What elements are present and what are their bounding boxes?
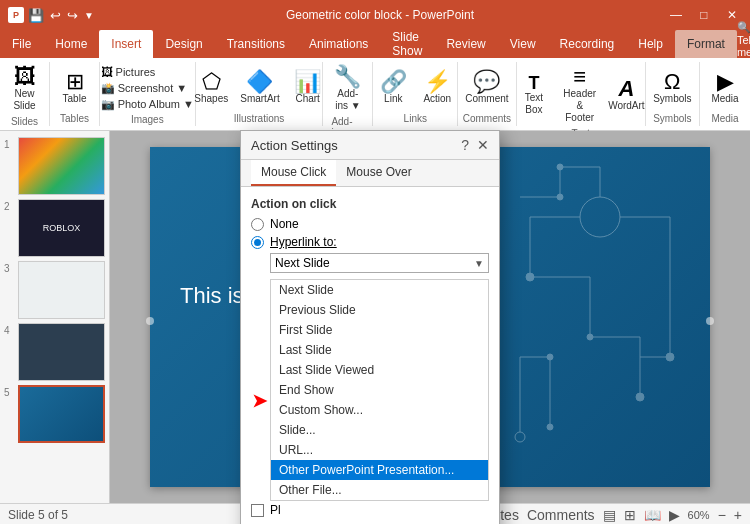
wordart-button[interactable]: A WordArt (605, 76, 647, 114)
action-button[interactable]: ⚡ Action (417, 69, 457, 107)
symbols-button[interactable]: Ω Symbols (649, 69, 695, 107)
edge-dot-right (706, 317, 714, 325)
slide-thumb-1[interactable]: 1 (4, 137, 105, 195)
header-footer-button[interactable]: ≡ Header& Footer (558, 64, 602, 126)
menu-item-lastslide[interactable]: Last Slide (271, 340, 488, 360)
shapes-button[interactable]: ⬠ Shapes (190, 69, 232, 107)
checkbox-label: Pl (270, 503, 281, 517)
link-icon: 🔗 (380, 71, 407, 93)
menu-item-prevslide[interactable]: Previous Slide (271, 300, 488, 320)
ribbon-group-symbols: Ω Symbols Symbols (646, 62, 700, 126)
chart-label: Chart (295, 93, 319, 105)
dialog-tab-mouseclick[interactable]: Mouse Click (251, 160, 336, 186)
comment-icon: 💬 (473, 71, 500, 93)
link-button[interactable]: 🔗 Link (373, 69, 413, 107)
menu-item-lastviewed[interactable]: Last Slide Viewed (271, 360, 488, 380)
dialog-help-button[interactable]: ? (461, 137, 469, 153)
tab-format[interactable]: Format (675, 30, 737, 58)
chart-icon: 📊 (294, 71, 321, 93)
dialog-close-button[interactable]: ✕ (477, 137, 489, 153)
tab-transitions[interactable]: Transitions (215, 30, 297, 58)
comments-button[interactable]: Comments (527, 507, 595, 523)
chart-button[interactable]: 📊 Chart (288, 69, 328, 107)
close-button[interactable]: ✕ (722, 8, 742, 22)
zoom-in-icon[interactable]: + (734, 507, 742, 523)
slide-thumb-5[interactable]: 5 (4, 385, 105, 443)
customize-icon[interactable]: ▼ (84, 10, 94, 21)
ribbon-group-comments: 💬 Comment Comments (458, 62, 516, 126)
radio-hyperlink[interactable] (251, 236, 264, 249)
ribbon-group-tables: ⊞ Table Tables (50, 62, 100, 126)
slide-thumb-2[interactable]: 2 ROBLOX (4, 199, 105, 257)
svg-point-13 (636, 393, 644, 401)
menu-item-firstslide[interactable]: First Slide (271, 320, 488, 340)
photo-album-button[interactable]: 📷 Photo Album ▼ (99, 97, 196, 112)
app-icon: P (8, 7, 24, 23)
menu-item-slide[interactable]: Slide... (271, 420, 488, 440)
title-bar-left: P 💾 ↩ ↪ ▼ (8, 7, 94, 23)
tab-animations[interactable]: Animations (297, 30, 380, 58)
redo-icon[interactable]: ↪ (67, 8, 78, 23)
menu-item-url[interactable]: URL... (271, 440, 488, 460)
menu-item-endshow[interactable]: End Show (271, 380, 488, 400)
zoom-level: 60% (688, 509, 710, 521)
menu-item-otherfile[interactable]: Other File... (271, 480, 488, 500)
hyperlink-dropdown[interactable]: Next Slide ▼ (270, 253, 489, 273)
tab-design[interactable]: Design (153, 30, 214, 58)
circuit-decoration (510, 157, 690, 477)
tab-insert[interactable]: Insert (99, 30, 153, 58)
table-label: Table (63, 93, 87, 105)
menu-item-customshow[interactable]: Custom Show... (271, 400, 488, 420)
tab-slideshow[interactable]: Slide Show (380, 30, 434, 58)
undo-icon[interactable]: ↩ (50, 8, 61, 23)
zoom-out-icon[interactable]: − (718, 507, 726, 523)
option-none-label: None (270, 217, 299, 231)
menu-item-nextslide[interactable]: Next Slide (271, 280, 488, 300)
pictures-label: Pictures (116, 66, 156, 78)
save-icon[interactable]: 💾 (28, 8, 44, 23)
slide-thumb-4[interactable]: 4 (4, 323, 105, 381)
tab-home[interactable]: Home (43, 30, 99, 58)
media-button[interactable]: ▶ Media (705, 69, 745, 107)
slide-thumb-3[interactable]: 3 (4, 261, 105, 319)
table-button[interactable]: ⊞ Table (55, 69, 95, 107)
addins-button[interactable]: 🔧 Add-ins ▼ (328, 64, 368, 114)
radio-none[interactable] (251, 218, 264, 231)
new-slide-label: NewSlide (13, 88, 35, 112)
dialog-tabs: Mouse Click Mouse Over (241, 160, 499, 187)
slide-sorter-icon[interactable]: ⊞ (624, 507, 636, 523)
action-label: Action (423, 93, 451, 105)
smartart-button[interactable]: 🔷 SmartArt (236, 69, 283, 107)
quick-access-toolbar: 💾 ↩ ↪ ▼ (28, 8, 94, 23)
tell-me[interactable]: 🔍 Tell me (737, 21, 750, 58)
smartart-icon: 🔷 (246, 71, 273, 93)
textbox-button[interactable]: T TextBox (514, 72, 554, 118)
screenshot-button[interactable]: 📸 Screenshot ▼ (99, 81, 190, 96)
normal-view-icon[interactable]: ▤ (603, 507, 616, 523)
menu-item-otherppt[interactable]: Other PowerPoint Presentation... (271, 460, 488, 480)
slide-num-5: 5 (4, 385, 14, 398)
tab-file[interactable]: File (0, 30, 43, 58)
dialog-tab-mouseover[interactable]: Mouse Over (336, 160, 421, 186)
reading-view-icon[interactable]: 📖 (644, 507, 661, 523)
smartart-label: SmartArt (240, 93, 279, 105)
ribbon-group-illustrations: ⬠ Shapes 🔷 SmartArt 📊 Chart Illustration… (196, 62, 324, 126)
tab-review[interactable]: Review (434, 30, 497, 58)
tab-recording[interactable]: Recording (548, 30, 627, 58)
tab-help[interactable]: Help (626, 30, 675, 58)
media-label: Media (711, 93, 738, 105)
shapes-label: Shapes (194, 93, 228, 105)
slide-image-2: ROBLOX (18, 199, 105, 257)
tab-view[interactable]: View (498, 30, 548, 58)
slideshow-icon[interactable]: ▶ (669, 507, 680, 523)
slide-image-1 (18, 137, 105, 195)
new-slide-button[interactable]: 🖼 NewSlide (5, 64, 45, 114)
option-hyperlink[interactable]: Hyperlink to: (251, 235, 489, 249)
option-none[interactable]: None (251, 217, 489, 231)
comment-button[interactable]: 💬 Comment (461, 69, 512, 107)
maximize-button[interactable]: □ (694, 8, 714, 22)
new-slide-icon: 🖼 (14, 66, 36, 88)
pictures-button[interactable]: 🖼 Pictures (99, 64, 158, 80)
play-sound-checkbox[interactable] (251, 504, 264, 517)
minimize-button[interactable]: — (666, 8, 686, 22)
